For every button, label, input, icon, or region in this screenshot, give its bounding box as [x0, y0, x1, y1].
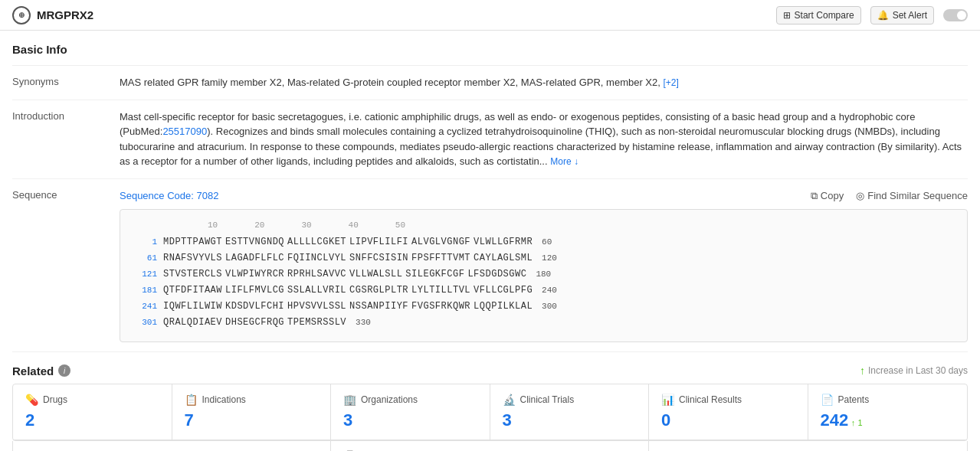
related-card-header: 📋 Indications — [185, 394, 319, 406]
card-icon: 🔬 — [503, 394, 516, 406]
related-card-header: 💊 Drugs — [25, 394, 159, 406]
page-title: MRGPRX2 — [37, 8, 93, 21]
related-header: Related i ↑ Increase in Last 30 days — [12, 364, 968, 377]
card-icon: 📄 — [821, 394, 834, 406]
card-icon: 💊 — [25, 394, 38, 406]
toggle-switch[interactable] — [943, 9, 968, 21]
find-similar-icon: ◎ — [856, 188, 864, 204]
header: ⊕ MRGPRX2 ⊞ Start Compare 🔔 Set Alert — [0, 0, 980, 31]
logo-area: ⊕ MRGPRX2 — [12, 6, 93, 25]
related-title: Related — [12, 364, 54, 377]
card-label: Clinical Trials — [520, 394, 575, 405]
related-card-header: 🔬 Clinical Trials — [503, 394, 637, 406]
seq-chars: QRALQDIAEVDHSEGCFRQGTPEMSRSSLV — [163, 315, 349, 330]
seq-start-num: 1 — [133, 236, 163, 250]
main-content: Basic Info Synonyms MAS related GPR fami… — [0, 31, 980, 451]
seq-end-num: 330 — [349, 316, 371, 330]
synonyms-row: Synonyms MAS related GPR family member X… — [12, 66, 968, 100]
seq-chars: RNAFSVYVLSLAGADFLFLCFQIINCLVYLSNFFCSISIN… — [163, 251, 536, 266]
count-badge: ↑ 1 — [851, 418, 863, 427]
synonyms-more-link[interactable]: [+2] — [664, 77, 679, 88]
find-similar-button[interactable]: ◎ Find Similar Sequence — [856, 188, 968, 204]
card-count: 0 — [661, 410, 795, 430]
related-card-header: 📄 Patents — [821, 394, 955, 406]
set-alert-button[interactable]: 🔔 Set Alert — [870, 6, 934, 25]
introduction-value: Mast cell-specific receptor for basic se… — [120, 109, 968, 169]
related-card-organizations[interactable]: 🏢 Organizations 3 — [331, 384, 490, 440]
related-card-drugs[interactable]: 💊 Drugs 2 — [13, 384, 172, 440]
sequence-value: Sequence Code: 7082 ⧉ Copy ◎ Find Simila… — [120, 188, 968, 342]
related-card-clinical trials[interactable]: 🔬 Clinical Trials 3 — [490, 384, 650, 440]
copy-icon: ⧉ — [811, 188, 818, 204]
more-link[interactable]: More ↓ — [550, 156, 578, 167]
sequence-line: 61RNAFSVYVLSLAGADFLFLCFQIINCLVYLSNFFCSIS… — [133, 251, 955, 266]
card-count: 7 — [185, 410, 319, 430]
card-label: Indications — [202, 394, 246, 405]
seq-end-num: 60 — [536, 236, 552, 250]
related-card-literatures[interactable]: 📰 Literatures 304 — [13, 441, 331, 451]
card-label: Clinical Results — [679, 394, 742, 405]
increase-label: ↑ Increase in Last 30 days — [860, 364, 968, 377]
logo-icon: ⊕ — [12, 6, 31, 25]
related-card-patents[interactable]: 📄 Patents 242 ↑ 1 — [808, 384, 968, 440]
card-count: 3 — [343, 410, 477, 430]
compare-icon: ⊞ — [783, 10, 791, 21]
card-count: 2 — [25, 410, 159, 430]
sequence-line: 181QTFDFITAAWLIFLFMVLCGSSLALLVRILCGSRGLP… — [133, 283, 955, 298]
seq-end-num: 240 — [536, 284, 557, 298]
related-card-news[interactable]: 📱 News 21 ↑ 1 — [331, 441, 649, 451]
card-label: Patents — [838, 394, 870, 405]
related-card-header: 🏢 Organizations — [343, 394, 477, 406]
card-label: Drugs — [43, 394, 67, 405]
related-info-icon[interactable]: i — [58, 364, 70, 377]
seq-start-num: 301 — [133, 316, 163, 330]
sequence-line: 301QRALQDIAEVDHSEGCFRQGTPEMSRSSLV330 — [133, 315, 955, 330]
pubmed-link[interactable]: 25517090 — [162, 126, 207, 137]
related-card-deals[interactable]: 🤝 Deals 1 — [649, 441, 967, 451]
start-compare-button[interactable]: ⊞ Start Compare — [776, 6, 861, 25]
alert-icon: 🔔 — [877, 10, 889, 21]
card-icon: 🏢 — [343, 394, 356, 406]
related-section: Related i ↑ Increase in Last 30 days 💊 D… — [12, 352, 968, 451]
sequence-label: Sequence — [12, 188, 120, 201]
sequence-header: Sequence Code: 7082 ⧉ Copy ◎ Find Simila… — [120, 188, 968, 204]
sequence-actions: ⧉ Copy ◎ Find Similar Sequence — [811, 188, 968, 204]
sequence-row: Sequence Sequence Code: 7082 ⧉ Copy ◎ Fi… — [12, 179, 968, 352]
related-card-indications[interactable]: 📋 Indications 7 — [172, 384, 332, 440]
sequence-box: 10 20 30 40 50 1MDPTTPAWGTESTTVNGNDQALLL… — [120, 209, 968, 342]
seq-chars: STVSTERCLSVLWPIWYRCRRPRHLSAVVCVLLWALSLLS… — [163, 267, 529, 282]
basic-info-title: Basic Info — [12, 31, 968, 66]
card-label: Organizations — [361, 394, 418, 405]
introduction-label: Introduction — [12, 109, 120, 122]
related-grid-row1: 💊 Drugs 2 📋 Indications 7 🏢 Organization… — [12, 384, 968, 441]
synonyms-label: Synonyms — [12, 75, 120, 87]
sequence-line: 241IQWFLILWIWKDSDVLFCHIHPVSVVLSSLNSSANPI… — [133, 299, 955, 314]
card-count: 242 ↑ 1 — [821, 410, 955, 430]
related-card-header: 📊 Clinical Results — [661, 394, 795, 406]
seq-start-num: 181 — [133, 284, 163, 298]
sequence-ruler: 10 20 30 40 50 — [163, 219, 955, 232]
header-actions: ⊞ Start Compare 🔔 Set Alert — [776, 6, 968, 25]
sequence-line: 1MDPTTPAWGTESTTVNGNDQALLLLCGKETLIPVFLILF… — [133, 235, 955, 250]
seq-start-num: 241 — [133, 300, 163, 314]
card-icon: 📊 — [661, 394, 674, 406]
increase-arrow-icon: ↑ — [860, 364, 865, 377]
sequence-lines: 1MDPTTPAWGTESTTVNGNDQALLLLCGKETLIPVFLILF… — [133, 235, 955, 331]
seq-end-num: 180 — [529, 268, 551, 282]
introduction-row: Introduction Mast cell-specific receptor… — [12, 100, 968, 179]
related-card-clinical results[interactable]: 📊 Clinical Results 0 — [649, 384, 808, 440]
seq-chars: IQWFLILWIWKDSDVLFCHIHPVSVVLSSLNSSANPIIYF… — [163, 299, 536, 314]
seq-end-num: 300 — [536, 300, 557, 314]
seq-start-num: 61 — [133, 252, 163, 266]
seq-end-num: 120 — [536, 252, 557, 266]
seq-chars: MDPTTPAWGTESTTVNGNDQALLLLCGKETLIPVFLILFI… — [163, 235, 536, 250]
copy-button[interactable]: ⧉ Copy — [811, 188, 844, 204]
related-grid-row2: 📰 Literatures 304 📱 News 21 ↑ 1 🤝 Deals … — [12, 441, 968, 451]
card-icon: 📋 — [185, 394, 198, 406]
sequence-code-link[interactable]: Sequence Code: 7082 — [120, 188, 218, 204]
sequence-line: 121STVSTERCLSVLWPIWYRCRRPRHLSAVVCVLLWALS… — [133, 267, 955, 282]
synonyms-value: MAS related GPR family member X2, Mas-re… — [120, 75, 968, 90]
seq-start-num: 121 — [133, 268, 163, 282]
seq-chars: QTFDFITAAWLIFLFMVLCGSSLALLVRILCGSRGLPLTR… — [163, 283, 536, 298]
card-count: 3 — [503, 410, 637, 430]
